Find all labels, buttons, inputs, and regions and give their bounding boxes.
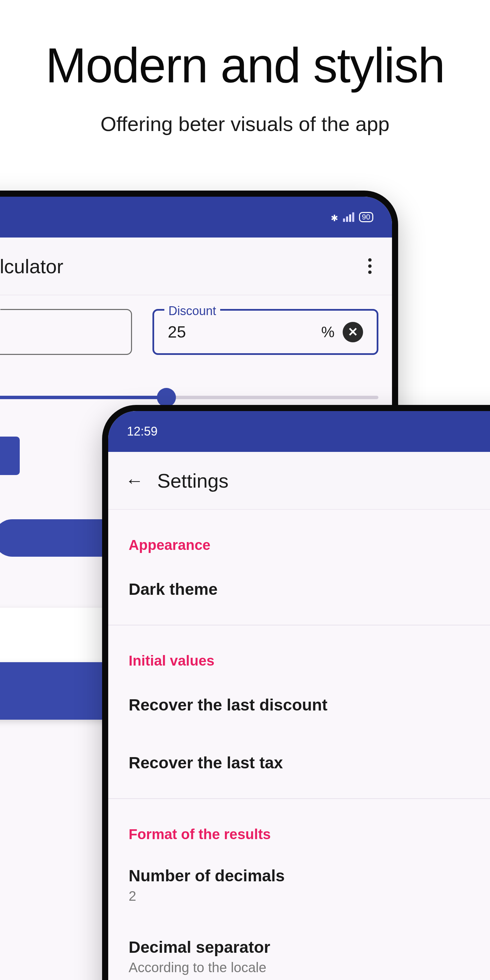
back-arrow-icon[interactable]: ← [125, 470, 143, 491]
appearance-header: Appearance [108, 517, 490, 560]
recover-tax-row[interactable]: Recover the last tax [108, 733, 490, 791]
dark-theme-row[interactable]: Dark theme [108, 560, 490, 618]
status-bar: 12:59 90 [108, 411, 490, 452]
divider [108, 798, 490, 799]
slider-thumb-icon[interactable] [157, 388, 176, 407]
overflow-menu-icon[interactable] [365, 255, 375, 277]
status-time: 12:59 [127, 424, 158, 439]
discount-label: Discount [164, 304, 220, 318]
battery-icon: 90 [359, 212, 373, 222]
minus-5-button[interactable]: -5 [0, 437, 20, 475]
format-header: Format of the results [108, 806, 490, 850]
hero-subtitle: Offering beter visuals of the app [100, 112, 389, 136]
discount-slider[interactable] [0, 396, 379, 399]
divider [108, 625, 490, 625]
decimals-title: Number of decimals [129, 866, 285, 885]
clear-icon[interactable]: ✕ [343, 322, 363, 342]
discount-suffix: % [321, 324, 334, 340]
status-bar: :59 90 [0, 197, 392, 237]
phone-frame-settings: 12:59 90 ← Settings Appearance Dark them… [102, 405, 490, 980]
decimals-value: 2 [129, 888, 136, 904]
separator-title: Decimal separator [129, 938, 270, 956]
status-icons: 90 [331, 210, 373, 224]
settings-app-bar: ← Settings [108, 452, 490, 510]
separator-row[interactable]: Decimal separator According to the local… [108, 921, 490, 980]
dark-theme-label: Dark theme [129, 580, 218, 598]
hero-title: Modern and stylish [46, 37, 445, 94]
app-title: scount Calculator [0, 255, 63, 278]
original-price-field[interactable]: Original Price 30 [0, 309, 132, 355]
recover-discount-row[interactable]: Recover the last discount [108, 676, 490, 733]
initial-values-header: Initial values [108, 632, 490, 676]
bluetooth-icon [331, 210, 338, 224]
discount-field[interactable]: Discount 25 % ✕ [153, 309, 379, 355]
original-price-value: 30 [0, 323, 118, 341]
recover-tax-label: Recover the last tax [129, 753, 283, 772]
original-price-label: Original Price [0, 303, 0, 318]
recover-discount-label: Recover the last discount [129, 695, 327, 714]
separator-value: According to the locale [129, 960, 266, 975]
settings-title: Settings [157, 469, 229, 492]
discount-value: 25 [168, 323, 321, 341]
app-bar: scount Calculator [0, 237, 392, 295]
signal-icon [343, 212, 354, 222]
decimals-row[interactable]: Number of decimals 2 [108, 850, 490, 921]
